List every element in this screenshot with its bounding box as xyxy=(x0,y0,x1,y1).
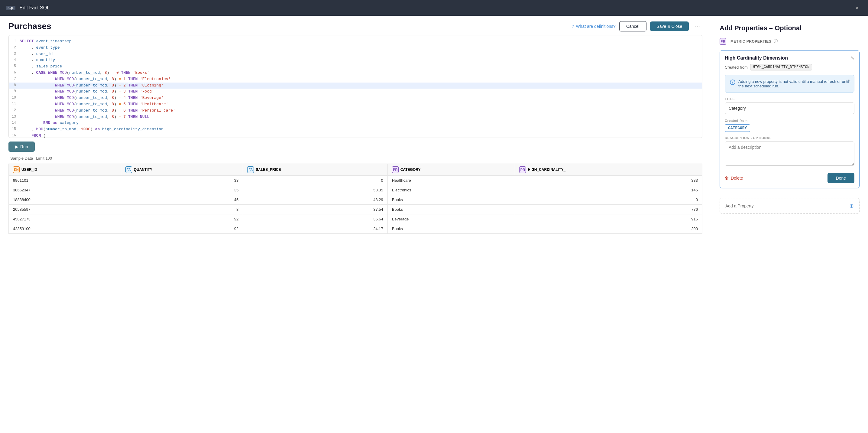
done-button[interactable]: Done xyxy=(828,173,855,183)
run-button[interactable]: ▶ Run xyxy=(8,142,35,152)
panel-title: Add Properties – Optional xyxy=(720,24,860,32)
header-left: SQL Edit Fact SQL xyxy=(6,5,50,10)
header: SQL Edit Fact SQL × xyxy=(0,0,868,16)
data-table: ENUSER_IDFAQUANTITYFASALES_PRICEPRCATEGO… xyxy=(8,164,702,234)
info-box-close-button[interactable]: × xyxy=(848,78,850,83)
card-footer: 🗑 Delete Done xyxy=(725,173,855,183)
description-label: DESCRIPTION - OPTIONAL xyxy=(725,136,855,140)
sql-icon: SQL xyxy=(6,6,16,10)
help-link[interactable]: ? What are definitions? xyxy=(572,24,616,29)
info-circle-icon: i xyxy=(730,80,735,85)
property-created-from-value: HIGH_CARDINALITY_DIMENSION xyxy=(750,64,812,70)
title-form-section: TITLE xyxy=(725,97,855,114)
main-layout: Purchases ? What are definitions? Cancel… xyxy=(0,16,868,433)
sample-data-section: Sample Data Limit 100 ENUSER_IDFAQUANTIT… xyxy=(0,155,711,433)
plus-icon: ⊕ xyxy=(849,203,854,209)
left-panel: Purchases ? What are definitions? Cancel… xyxy=(0,16,711,433)
metric-properties-label: METRIC PROPERTIES xyxy=(731,39,771,44)
cancel-button[interactable]: Cancel xyxy=(619,21,647,31)
header-title: Edit Fact SQL xyxy=(20,5,50,10)
description-form-section: DESCRIPTION - OPTIONAL xyxy=(725,136,855,167)
delete-button[interactable]: 🗑 Delete xyxy=(725,176,743,180)
title-actions: ? What are definitions? Cancel Save & Cl… xyxy=(572,21,702,31)
save-close-button[interactable]: Save & Close xyxy=(650,22,689,31)
metric-info-icon: ⓘ xyxy=(774,39,778,44)
page-title-bar: Purchases ? What are definitions? Cancel… xyxy=(0,16,711,35)
property-created-from-row: Created from HIGH_CARDINALITY_DIMENSION xyxy=(725,64,855,70)
play-icon: ▶ xyxy=(15,144,19,149)
created-from-section: Created from CATEGORY xyxy=(725,119,855,132)
title-input[interactable] xyxy=(725,103,855,114)
trash-icon: 🗑 xyxy=(725,176,729,180)
property-card-title: High Cardinality Dimension xyxy=(725,55,788,61)
pr-badge: PR xyxy=(720,38,726,45)
code-editor[interactable]: 1 SELECT event_timestamp 2 , event_type … xyxy=(8,35,702,138)
title-label: TITLE xyxy=(725,97,855,101)
close-button[interactable]: × xyxy=(852,3,862,13)
info-box: i Adding a new property is not valid unt… xyxy=(725,75,855,93)
edit-icon[interactable]: ✎ xyxy=(850,55,855,61)
description-textarea[interactable] xyxy=(725,142,855,166)
add-property-button[interactable]: Add a Property ⊕ xyxy=(720,198,860,214)
sample-data-header: Sample Data Limit 100 xyxy=(8,155,702,161)
property-card: High Cardinality Dimension ✎ Created fro… xyxy=(720,50,860,189)
more-button[interactable]: ··· xyxy=(692,22,702,31)
created-from-badge: CATEGORY xyxy=(725,124,750,132)
created-from-label: Created from xyxy=(725,119,855,122)
metric-properties-row: PR METRIC PROPERTIES ⓘ xyxy=(720,38,860,45)
page-title: Purchases xyxy=(8,22,51,31)
right-panel: Add Properties – Optional PR METRIC PROP… xyxy=(711,16,868,433)
question-icon: ? xyxy=(572,24,574,29)
